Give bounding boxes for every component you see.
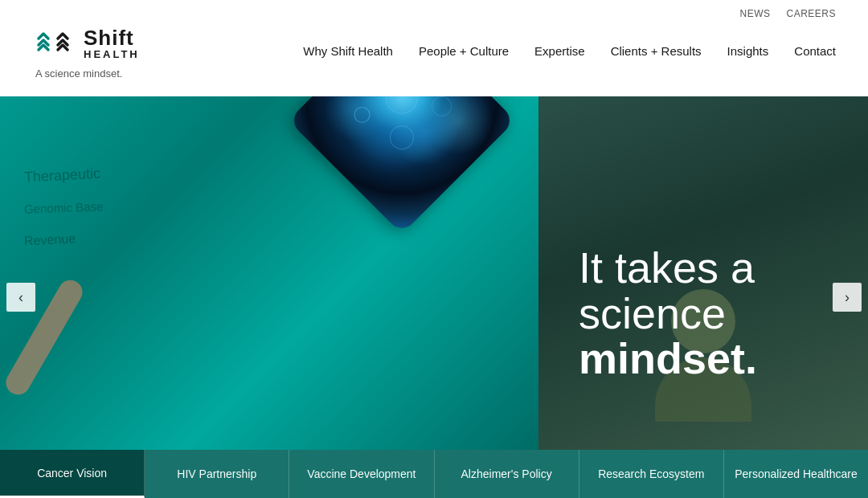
- prev-arrow-button[interactable]: ‹: [6, 283, 35, 312]
- nav-contact[interactable]: Contact: [794, 44, 836, 58]
- shift-health-logo-icon: [32, 22, 74, 64]
- hero-big-line2: science: [579, 291, 828, 337]
- logo-tagline: A science mindset.: [32, 67, 122, 80]
- tab-cancer-vision[interactable]: Cancer Vision: [0, 450, 145, 498]
- tab-alzheimers-policy[interactable]: Alzheimer's Policy: [435, 450, 579, 498]
- nav-row: Shift HEALTH A science mindset. Why Shif…: [32, 22, 836, 80]
- tab-vaccine-development[interactable]: Vaccine Development: [289, 450, 434, 498]
- hero-big-line1: It takes a: [579, 245, 828, 291]
- nav-why-shift-health[interactable]: Why Shift Health: [303, 44, 393, 58]
- case-study-tabs: Cancer Vision HIV Partnership Vaccine De…: [0, 450, 868, 498]
- whiteboard-text: Therapeutic Genomic Base Revenue: [24, 161, 103, 252]
- careers-link[interactable]: CAREERS: [786, 8, 836, 19]
- diamond-image: [313, 96, 490, 209]
- next-arrow-button[interactable]: ›: [833, 283, 862, 312]
- top-links-bar: NEWS CAREERS: [32, 0, 836, 19]
- logo-inner: Shift HEALTH: [32, 22, 140, 64]
- tab-personalized-healthcare[interactable]: Personalized Healthcare: [724, 450, 868, 498]
- logo-health: HEALTH: [84, 49, 140, 60]
- header: NEWS CAREERS: [0, 0, 868, 96]
- logo-shift: Shift: [84, 27, 140, 50]
- nav-clients-results[interactable]: Clients + Results: [611, 44, 702, 58]
- hero-big-line3: mindset.: [579, 336, 828, 382]
- news-link[interactable]: NEWS: [739, 8, 770, 19]
- nav-people-culture[interactable]: People + Culture: [419, 44, 509, 58]
- logo-text: Shift HEALTH: [84, 27, 140, 61]
- tab-hiv-partnership[interactable]: HIV Partnership: [145, 450, 289, 498]
- chevron-right-icon: ›: [845, 289, 850, 306]
- logo-area: Shift HEALTH A science mindset.: [32, 22, 140, 80]
- main-nav: Why Shift Health People + Culture Expert…: [303, 44, 836, 58]
- hero-section: Therapeutic Genomic Base Revenue How do …: [0, 96, 868, 498]
- nav-insights[interactable]: Insights: [727, 44, 769, 58]
- nav-expertise[interactable]: Expertise: [534, 44, 585, 58]
- hero-text-block: It takes a science mindset.: [538, 96, 868, 450]
- hero-big-text: It takes a science mindset.: [579, 245, 828, 382]
- chevron-left-icon: ‹: [18, 289, 23, 306]
- tab-research-ecosystem[interactable]: Research Ecosystem: [579, 450, 724, 498]
